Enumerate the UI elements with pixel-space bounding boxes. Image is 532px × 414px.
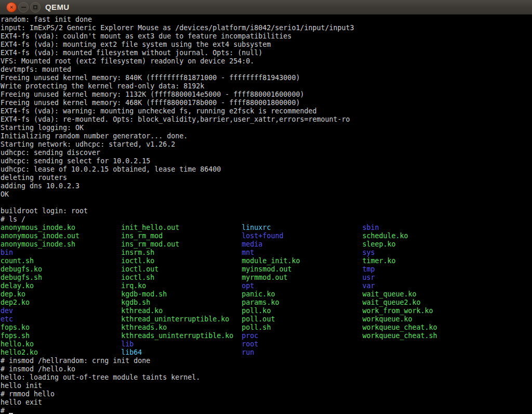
terminal-line: # ls / [1,215,532,224]
terminal-text: Write protecting the kernel read-only da… [1,82,204,90]
maximize-icon [33,5,37,9]
terminal-text: EXT4-fs (vda): couldn't mount as ext3 du… [1,32,291,40]
file-entry: anonymous_inode.out [1,232,121,240]
file-entry: myrmmod.out [242,274,362,281]
terminal-line: buildroot login: root [1,207,532,215]
terminal-text: OK [1,190,9,198]
terminal-line: hello2.ko lib64 run [1,348,532,357]
file-entry: kthreads_uninterruptible.ko [121,332,242,340]
terminal-line: etc kthread_uninterruptible.ko poll.out … [1,315,532,324]
file-entry: kgdb.sh [121,299,242,306]
terminal-line: hello init [1,382,532,390]
file-entry: kthread_uninterruptible.ko [121,315,242,323]
terminal-line: anonymous_inode.out ins_rm_mod lost+foun… [1,232,532,240]
terminal-line: bin insrm.sh mnt sys [1,249,532,257]
terminal-line: delay.ko irq.ko opt var [1,282,532,290]
terminal-line: hello.ko lib root [1,340,532,348]
terminal-line: anonymous_inode.sh ins_rm_mod.out media … [1,240,532,249]
file-entry: sbin [363,224,379,231]
terminal-text: adding dns 10.0.2.3 [1,182,79,190]
terminal-text: EXT4-fs (vda): mounting ext2 file system… [1,41,271,48]
file-entry: kthread.ko [121,307,242,315]
terminal-line: fops.sh kthreads_uninterruptible.ko proc… [1,332,532,340]
file-entry: module_init.ko [242,257,362,265]
terminal-text: # rmmod hello [1,390,55,398]
terminal-screen[interactable]: random: fast init doneinput: ImExPS/2 Ge… [0,15,532,414]
terminal-text: buildroot login: root [1,207,88,215]
file-entry: anonymous_inode.sh [1,240,121,248]
terminal-line: input: ImExPS/2 Generic Explorer Mouse a… [1,24,532,32]
terminal-text: Starting logging: OK [1,124,84,132]
terminal-line: VFS: Mounted root (ext2 filesystem) read… [1,57,532,66]
file-entry: ins_rm_mod [121,232,242,240]
file-entry: fops.ko [1,324,121,331]
terminal-line: Freeing unused kernel memory: 840K (ffff… [1,74,532,82]
qemu-window: { "window": { "title": "QEMU", "controls… [0,0,532,414]
terminal-line: dep.ko kgdb-mod.sh panic.ko wait_queue.k… [1,290,532,299]
terminal-line: Write protecting the kernel read-only da… [1,82,532,90]
terminal-line: OK [1,190,532,199]
file-entry: mnt [242,249,362,256]
file-entry: timer.ko [363,257,396,265]
file-entry: sys [363,249,375,256]
file-entry: lib64 [121,348,242,356]
terminal-line: fops.ko kthreads.ko poll.sh workqueue_ch… [1,324,532,332]
file-entry: poll.sh [242,324,362,331]
terminal-line: EXT4-fs (vda): warning: mounting uncheck… [1,107,532,115]
terminal-line [1,199,532,207]
terminal-line: dep2.ko kgdb.sh params.ko wait_queue2.ko [1,299,532,307]
terminal-text: deleting routers [1,174,67,182]
terminal-line: hello exit [1,398,532,407]
terminal-line: debugfs.sh ioctl.sh myrmmod.out usr [1,274,532,282]
terminal-text: Freeing unused kernel memory: 840K (ffff… [1,74,300,82]
file-entry: poll.out [242,315,362,323]
file-entry: dev [1,307,121,315]
titlebar[interactable]: ✕ QEMU [0,0,532,15]
terminal-line: count.sh ioctl.ko module_init.ko timer.k… [1,257,532,265]
terminal-line: # insmod /hellrandom: crng init done [1,357,532,365]
terminal-text: hello init [1,382,42,390]
terminal-line: EXT4-fs (vda): couldn't mount as ext3 du… [1,32,532,41]
file-entry: delay.ko [1,282,121,290]
terminal-line: adding dns 10.0.2.3 [1,182,532,190]
file-entry: params.ko [242,299,362,306]
terminal-text: udhcpc: sending discover [1,149,100,157]
terminal-text: input: ImExPS/2 Generic Explorer Mouse a… [1,24,354,32]
file-entry: schedule.ko [363,232,408,240]
file-entry: ioctl.sh [121,274,242,281]
file-entry: lib [121,340,242,348]
maximize-button[interactable] [30,2,41,12]
file-entry: run [242,348,254,356]
terminal-line: deleting routers [1,174,532,182]
file-entry: myinsmod.out [242,265,362,273]
file-entry: workqueue_cheat.ko [363,324,437,331]
terminal-text: Freeing unused kernel memory: 1132K (fff… [1,90,304,98]
terminal-text: # insmod /hello.ko [1,365,75,373]
window-title: QEMU [45,3,70,11]
shell-prompt: # [1,407,9,414]
terminal-text: EXT4-fs (vda): warning: mounting uncheck… [1,107,316,115]
terminal-line: debugfs.ko ioctl.out myinsmod.out tmp [1,265,532,274]
terminal-text: VFS: Mounted root (ext2 filesystem) read… [1,57,254,65]
terminal-text: hello exit [1,398,42,406]
terminal-line: devtmpfs: mounted [1,66,532,74]
close-button[interactable]: ✕ [6,2,17,12]
terminal-line: udhcpc: sending select for 10.0.2.15 [1,157,532,165]
close-icon: ✕ [10,4,14,10]
file-entry: count.sh [1,257,121,265]
file-entry: sleep.ko [363,240,396,248]
terminal-text: EXT4-fs (vda): mounted filesystem withou… [1,49,262,57]
file-entry: proc [242,332,362,340]
terminal-line: anonymous_inode.ko init_hello.out linuxr… [1,224,532,232]
terminal-line: # rmmod hello [1,390,532,398]
terminal-text: devtmpfs: mounted [1,66,71,73]
file-entry: work_from_work.ko [363,307,433,315]
file-entry: hello.ko [1,340,121,348]
terminal-text: # insmod /hellrandom: crng init done [1,357,150,365]
file-entry: workqueue.ko [363,315,413,323]
minimize-button[interactable] [18,2,29,12]
terminal-text: Freeing unused kernel memory: 468K (ffff… [1,99,300,107]
terminal-line: Starting logging: OK [1,124,532,132]
file-entry: dep.ko [1,290,121,298]
terminal-line: hello: loading out-of-tree module taints… [1,373,532,382]
